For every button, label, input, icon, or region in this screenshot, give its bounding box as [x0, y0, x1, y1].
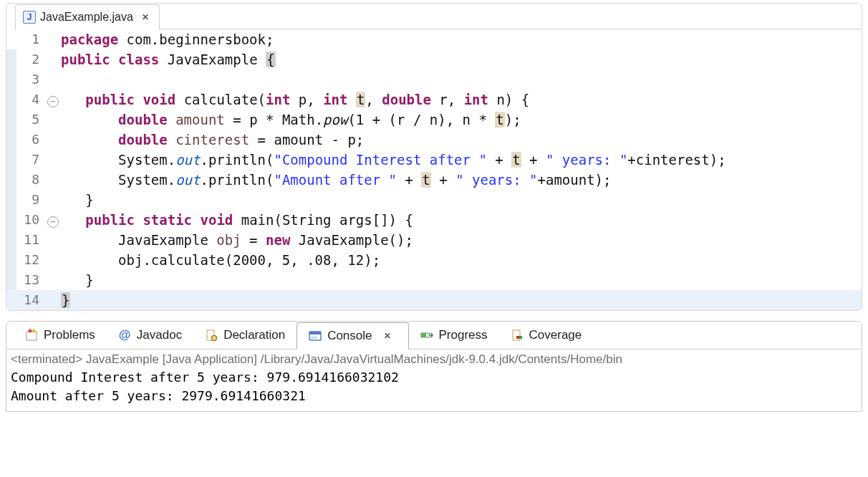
fold-gutter — [45, 150, 61, 170]
problems-icon — [25, 329, 38, 342]
line-number: 12 — [16, 250, 45, 270]
fold-collapse-icon[interactable]: − — [47, 216, 59, 228]
svg-point-1 — [29, 329, 32, 333]
tab-coverage[interactable]: Coverage — [499, 322, 594, 349]
code-text[interactable]: package com.beginnersbook; — [61, 29, 862, 49]
console-output-line: Compound Interest after 5 years: 979.691… — [11, 368, 857, 387]
editor-tab-javaexample[interactable]: J JavaExample.java ✕ — [15, 4, 160, 30]
fold-gutter — [45, 250, 61, 270]
svg-rect-11 — [516, 336, 519, 339]
editor-margin — [6, 29, 16, 49]
line-number: 2 — [16, 49, 45, 69]
fold-gutter[interactable]: − — [45, 90, 61, 110]
line-number: 13 — [16, 270, 45, 290]
code-line[interactable]: 8 System.out.println("Amount after " + t… — [6, 170, 862, 190]
fold-gutter — [45, 290, 61, 310]
code-line[interactable]: 1package com.beginnersbook; — [6, 29, 862, 49]
code-line[interactable]: 2public class JavaExample { — [6, 49, 862, 69]
code-text[interactable]: System.out.println("Amount after " + t +… — [61, 170, 862, 190]
fold-gutter — [45, 190, 61, 210]
console-output-line: Amount after 5 years: 2979.69141660321 — [11, 387, 857, 405]
editor-margin — [6, 150, 16, 170]
line-number: 9 — [16, 190, 45, 210]
editor-margin — [6, 290, 16, 310]
editor-margin — [6, 210, 16, 230]
editor-margin — [6, 250, 16, 270]
tab-progress[interactable]: Progress — [409, 322, 499, 349]
progress-icon — [420, 329, 433, 342]
fold-gutter — [45, 170, 61, 190]
code-text[interactable]: public class JavaExample { — [61, 49, 862, 69]
svg-point-2 — [32, 329, 36, 333]
fold-gutter — [45, 130, 61, 150]
code-text[interactable]: } — [61, 270, 862, 290]
line-number: 14 — [16, 290, 45, 310]
coverage-icon — [511, 329, 524, 342]
code-text[interactable]: System.out.println("Compound Interest af… — [61, 150, 862, 170]
javadoc-icon: @ — [118, 329, 131, 342]
code-line[interactable]: 9 } — [6, 190, 862, 210]
code-line[interactable]: 5 double amount = p * Math.pow(1 + (r / … — [6, 110, 862, 130]
code-text[interactable]: public void calculate(int p, int t, doub… — [61, 90, 862, 110]
editor-margin — [6, 190, 16, 210]
code-line[interactable]: 6 double cinterest = amount - p; — [6, 130, 862, 150]
editor-tab-label: JavaExample.java — [40, 11, 133, 24]
line-number: 1 — [16, 29, 45, 49]
fold-gutter[interactable]: − — [45, 210, 61, 230]
code-editor[interactable]: 1package com.beginnersbook;2public class… — [6, 29, 862, 310]
code-text[interactable]: double amount = p * Math.pow(1 + (r / n)… — [61, 110, 862, 130]
fold-gutter — [45, 110, 61, 130]
code-line[interactable]: 13 } — [6, 270, 862, 290]
code-text[interactable]: } — [61, 190, 862, 210]
code-text[interactable]: JavaExample obj = new JavaExample(); — [61, 230, 862, 250]
line-number: 7 — [16, 150, 45, 170]
line-number: 10 — [16, 210, 45, 230]
code-line[interactable]: 10− public static void main(String args[… — [6, 210, 862, 230]
code-line[interactable]: 3 — [6, 69, 862, 90]
bottom-panel: Problems @ Javadoc Declaration Console ✕… — [6, 321, 862, 412]
editor-margin — [6, 130, 16, 150]
editor-tab-bar: J JavaExample.java ✕ — [6, 4, 862, 29]
tab-console[interactable]: Console ✕ — [296, 322, 408, 350]
editor-margin — [6, 49, 16, 69]
editor-margin — [6, 270, 16, 290]
code-line[interactable]: 14} — [6, 290, 862, 310]
code-text[interactable]: } — [61, 290, 862, 310]
svg-rect-7 — [311, 337, 317, 339]
fold-gutter — [45, 270, 61, 290]
line-number: 3 — [16, 69, 45, 90]
code-text[interactable] — [61, 69, 862, 90]
fold-gutter — [45, 230, 61, 250]
console-status: <terminated> JavaExample [Java Applicati… — [11, 352, 857, 367]
code-line[interactable]: 7 System.out.println("Compound Interest … — [6, 150, 862, 170]
line-number: 6 — [16, 130, 45, 150]
line-number: 8 — [16, 170, 45, 190]
code-text[interactable]: public static void main(String args[]) { — [61, 210, 862, 230]
fold-collapse-icon[interactable]: − — [47, 96, 59, 107]
close-icon[interactable]: ✕ — [384, 331, 391, 341]
editor-margin — [6, 69, 16, 90]
code-line[interactable]: 4− public void calculate(int p, int t, d… — [6, 90, 862, 110]
editor-panel: J JavaExample.java ✕ 1package com.beginn… — [6, 3, 862, 311]
editor-margin — [6, 170, 16, 190]
fold-gutter — [45, 69, 61, 90]
fold-gutter — [45, 49, 61, 69]
tab-declaration[interactable]: Declaration — [193, 322, 296, 349]
console-body: <terminated> JavaExample [Java Applicati… — [6, 350, 862, 412]
svg-rect-9 — [421, 333, 426, 337]
editor-margin — [6, 230, 16, 250]
java-file-icon: J — [23, 11, 36, 24]
declaration-icon — [205, 329, 218, 342]
svg-rect-0 — [26, 332, 37, 340]
editor-margin — [6, 110, 16, 130]
close-icon[interactable]: ✕ — [142, 12, 149, 22]
line-number: 4 — [16, 90, 45, 110]
tab-problems[interactable]: Problems — [14, 322, 107, 349]
code-text[interactable]: double cinterest = amount - p; — [61, 130, 862, 150]
code-text[interactable]: obj.calculate(2000, 5, .08, 12); — [61, 250, 862, 270]
code-line[interactable]: 11 JavaExample obj = new JavaExample(); — [6, 230, 862, 250]
tab-javadoc[interactable]: @ Javadoc — [107, 322, 193, 349]
code-line[interactable]: 12 obj.calculate(2000, 5, .08, 12); — [6, 250, 862, 270]
fold-gutter — [45, 29, 61, 49]
svg-rect-12 — [519, 336, 522, 339]
